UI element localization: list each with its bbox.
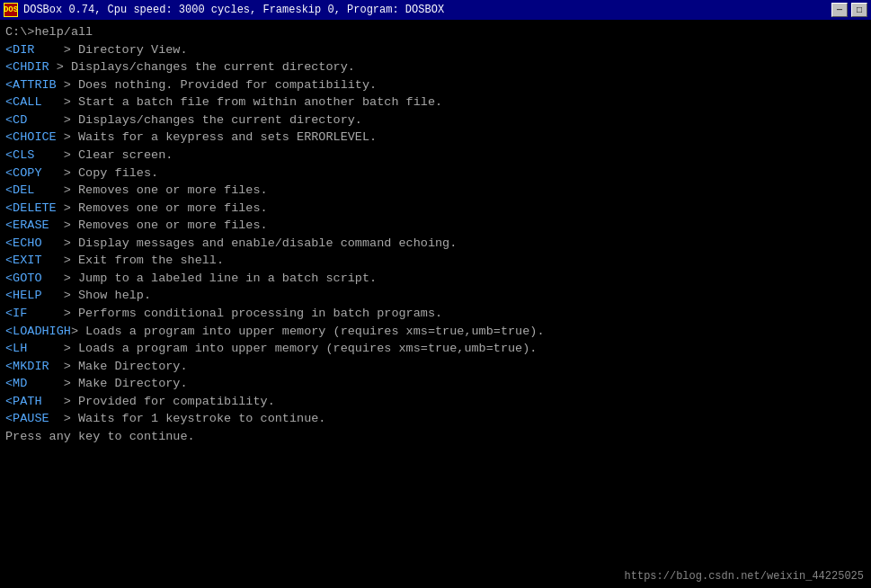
cmd-desc: > Does nothing. Provided for compatibili… [57,78,377,92]
title-bar-controls: ─ □ [831,3,867,17]
table-row: <GOTO > Jump to a labeled line in a batc… [5,270,866,288]
cmd-name: <PATH [5,395,42,408]
cmd-desc: > Start a batch file from within another… [42,95,443,109]
table-row: <EXIT > Exit from the shell. [5,252,866,270]
maximize-button[interactable]: □ [851,3,867,17]
cmd-desc: > Removes one or more files. [49,218,268,232]
table-row: <CHOICE > Waits for a keypress and sets … [5,129,866,147]
cmd-desc: > Exit from the shell. [42,254,225,267]
table-row: <PATH > Provided for compatibility. [5,393,866,411]
table-row: <PAUSE > Waits for 1 keystroke to contin… [5,410,866,428]
cmd-desc: > Performs conditional processing in bat… [27,307,442,320]
table-row: <MKDIR > Make Directory. [5,358,866,376]
cmd-desc: > Jump to a labeled line in a batch scri… [42,272,378,285]
cmd-name: <CALL [5,95,42,109]
table-row: <CALL > Start a batch file from within a… [5,94,866,111]
table-row: <ECHO > Display messages and enable/disa… [5,235,866,253]
table-row: <IF > Performs conditional processing in… [5,305,866,323]
cmd-name: <PAUSE [5,412,49,425]
command-list: <DIR > Directory View.<CHDIR > Displays/… [5,41,866,428]
table-row: <CD > Displays/changes the current direc… [5,111,866,129]
footer-line: Press any key to continue. [5,428,866,446]
cmd-desc: > Loads a program into upper memory (req… [27,342,537,355]
cmd-name: <CD [5,113,27,127]
table-row: <DIR > Directory View. [5,41,866,59]
table-row: <CLS > Clear screen. [5,147,866,165]
table-row: <DEL > Removes one or more files. [5,182,866,200]
cmd-name: <LH [5,342,27,355]
cmd-desc: > Clear screen. [34,148,173,162]
cmd-desc: > Display messages and enable/disable co… [42,236,458,250]
cmd-desc: > Show help. [42,289,152,302]
table-row: <DELETE > Removes one or more files. [5,200,866,218]
cmd-name: <CHOICE [5,130,57,144]
cmd-desc: > Waits for a keypress and sets ERRORLEV… [57,130,377,144]
watermark: https://blog.csdn.net/weixin_44225025 [625,570,864,583]
app-icon: DOS [4,3,18,17]
cmd-desc: > Removes one or more files. [57,201,268,215]
cmd-name: <ECHO [5,236,42,250]
title-bar-text: DOSBox 0.74, Cpu speed: 3000 cycles, Fra… [23,4,831,16]
table-row: <LOADHIGH> Loads a program into upper me… [5,323,866,341]
cmd-desc: > Provided for compatibility. [42,395,275,408]
cmd-name: <CLS [5,148,34,162]
prompt-line: C:\>help/all [5,23,866,41]
terminal: C:\>help/all <DIR > Directory View.<CHDI… [0,20,871,588]
table-row: <CHDIR > Displays/changes the current di… [5,58,866,76]
minimize-button[interactable]: ─ [831,3,848,17]
cmd-desc: > Make Directory. [49,360,188,373]
cmd-name: <GOTO [5,272,42,285]
cmd-desc: > Displays/changes the current directory… [49,60,355,74]
cmd-desc: > Removes one or more files. [34,183,267,197]
cmd-desc: > Directory View. [34,43,187,57]
table-row: <COPY > Copy files. [5,165,866,183]
cmd-name: <DIR [5,43,34,57]
cmd-desc: > Waits for 1 keystroke to continue. [49,412,326,425]
cmd-name: <DEL [5,183,34,197]
cmd-desc: > Loads a program into upper memory (req… [71,325,545,338]
cmd-name: <DELETE [5,201,57,215]
cmd-name: <IF [5,307,27,320]
cmd-name: <HELP [5,289,42,302]
table-row: <LH > Loads a program into upper memory … [5,340,866,358]
cmd-name: <ATTRIB [5,78,57,92]
table-row: <MD > Make Directory. [5,375,866,393]
cmd-name: <EXIT [5,254,42,267]
cmd-name: <LOADHIGH [5,325,71,338]
cmd-desc: > Make Directory. [27,377,187,390]
table-row: <ERASE > Removes one or more files. [5,217,866,235]
title-bar: DOS DOSBox 0.74, Cpu speed: 3000 cycles,… [0,0,871,20]
cmd-name: <MD [5,377,27,390]
cmd-name: <ERASE [5,218,49,232]
cmd-desc: > Copy files. [42,166,159,180]
cmd-name: <MKDIR [5,360,49,373]
table-row: <HELP > Show help. [5,287,866,305]
cmd-name: <COPY [5,166,42,180]
cmd-desc: > Displays/changes the current directory… [27,113,362,127]
table-row: <ATTRIB > Does nothing. Provided for com… [5,76,866,94]
cmd-name: <CHDIR [5,60,49,74]
